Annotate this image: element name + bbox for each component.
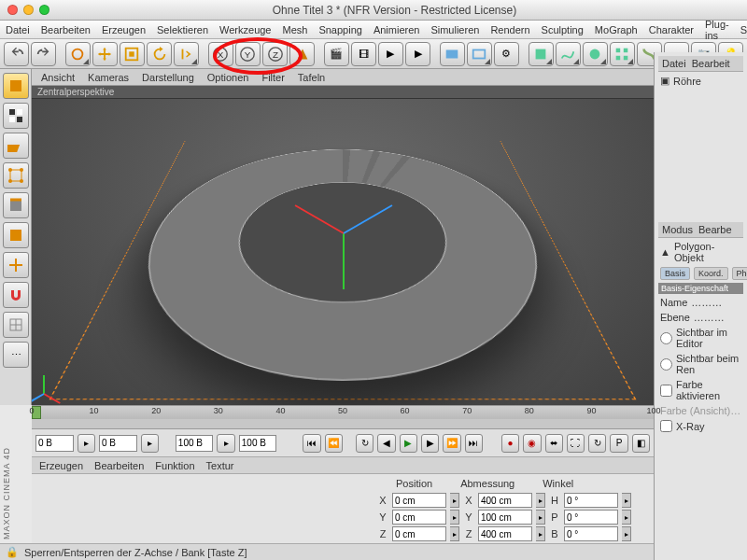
color-enable[interactable]: Farbe aktivieren — [658, 378, 743, 402]
spinner-icon[interactable]: ▸ — [78, 434, 95, 453]
menu-item[interactable]: Selektieren — [157, 24, 208, 35]
array-button[interactable] — [610, 42, 635, 66]
misc-button[interactable]: ⋯ — [3, 342, 29, 368]
texture-mode-button[interactable] — [3, 103, 29, 129]
render-region-button[interactable] — [467, 42, 492, 66]
spline-button[interactable] — [556, 42, 581, 66]
edge-mode-button[interactable] — [3, 192, 29, 218]
snap-button[interactable] — [3, 312, 29, 338]
dim-field[interactable]: 100 cm — [478, 510, 532, 525]
make-editable-button[interactable]: 🎬 — [324, 42, 349, 66]
generator-button[interactable] — [583, 42, 608, 66]
view-menu-item[interactable]: Darstellung — [142, 72, 194, 83]
viewport[interactable] — [32, 99, 654, 405]
magnet-button[interactable] — [3, 282, 29, 308]
panel-tab[interactable]: Bearbeit — [692, 58, 730, 69]
minimize-icon[interactable] — [23, 5, 34, 15]
menu-item[interactable]: Animieren — [374, 24, 420, 35]
rotate-button[interactable] — [147, 42, 172, 66]
primitive-button[interactable] — [529, 42, 554, 66]
workplane-button[interactable] — [3, 133, 29, 159]
menu-item[interactable]: Plug-ins — [705, 19, 729, 41]
vis-render[interactable]: Sichtbar beim Ren — [658, 352, 743, 376]
spinner-icon[interactable]: ▸ — [217, 434, 234, 453]
spinner-icon[interactable]: ▸ — [622, 510, 631, 525]
tab-item[interactable]: Erzeugen — [39, 460, 83, 471]
key-pos-button[interactable]: ⬌ — [545, 434, 563, 453]
tab-basis[interactable]: Basis — [660, 267, 690, 280]
menu-item[interactable]: Rendern — [490, 24, 529, 35]
angle-field[interactable]: 0 ° — [564, 493, 618, 508]
timeline[interactable]: 0102030405060708090100 — [32, 405, 654, 429]
move-button[interactable] — [92, 42, 118, 66]
dim-field[interactable]: 400 cm — [478, 493, 532, 508]
menu-item[interactable]: Werkzeuge — [219, 24, 271, 35]
menu-item[interactable]: Simulieren — [430, 24, 479, 35]
panel-tab[interactable]: Bearbe — [698, 224, 731, 235]
play-button[interactable]: ▶ — [400, 434, 417, 453]
coord-system-button[interactable] — [289, 42, 315, 66]
key-rot-button[interactable]: ↻ — [588, 434, 606, 453]
render-view-button[interactable] — [440, 42, 465, 66]
spinner-icon[interactable]: ▸ — [141, 434, 159, 453]
menu-item[interactable]: Sculpting — [542, 24, 584, 35]
key-param-button[interactable]: P — [610, 434, 627, 453]
goto-end-button[interactable]: ⏭ — [465, 434, 483, 453]
close-icon[interactable] — [7, 5, 18, 15]
model-mode-button[interactable] — [3, 73, 29, 99]
pos-field[interactable]: 0 cm — [392, 493, 446, 508]
anim-button-4[interactable]: ▶ — [405, 42, 430, 66]
last-tool-button[interactable] — [174, 42, 199, 66]
key-pla-button[interactable]: ◧ — [632, 434, 650, 453]
autokey-button[interactable]: ◉ — [523, 434, 541, 453]
dim-field[interactable]: 400 cm — [478, 526, 532, 541]
axis-button[interactable] — [3, 252, 29, 278]
menu-item[interactable]: Erzeugen — [102, 24, 146, 35]
polygon-mode-button[interactable] — [3, 222, 29, 248]
live-select-button[interactable] — [65, 42, 91, 66]
loop-button[interactable]: ↻ — [356, 434, 374, 453]
point-mode-button[interactable] — [3, 162, 29, 189]
panel-tab[interactable]: Datei — [662, 58, 686, 69]
menu-item[interactable]: Snapping — [318, 24, 362, 35]
next-frame-button[interactable]: ▶ — [421, 434, 439, 453]
view-menu-item[interactable]: Tafeln — [298, 72, 325, 83]
spinner-icon[interactable]: ▸ — [622, 526, 631, 541]
undo-button[interactable] — [4, 42, 29, 66]
xray-toggle[interactable]: X-Ray — [658, 419, 743, 433]
next-key-button[interactable]: ⏩ — [443, 434, 460, 453]
spinner-icon[interactable]: ▸ — [450, 510, 459, 525]
render-settings-button[interactable]: ⚙ — [494, 42, 519, 66]
spinner-icon[interactable]: ▸ — [536, 493, 545, 508]
pos-field[interactable]: 0 cm — [392, 526, 446, 541]
frame-start-field[interactable]: 0 B — [35, 435, 74, 452]
menu-item[interactable]: Bearbeiten — [41, 24, 91, 35]
redo-button[interactable] — [31, 42, 56, 66]
tab-item[interactable]: Textur — [206, 460, 234, 471]
tab-item[interactable]: Bearbeiten — [94, 460, 144, 471]
anim-button-3[interactable]: ▶ — [378, 42, 403, 66]
menu-item[interactable]: Mesh — [282, 24, 307, 35]
spinner-icon[interactable]: ▸ — [622, 493, 631, 508]
view-menu-item[interactable]: Filter — [261, 72, 284, 83]
tab-phong[interactable]: Pho — [732, 267, 747, 280]
frame-current-field[interactable]: 0 B — [99, 435, 137, 452]
angle-field[interactable]: 0 ° — [564, 510, 618, 525]
record-button[interactable]: ● — [501, 434, 519, 453]
prev-key-button[interactable]: ⏪ — [325, 434, 343, 453]
scale-button[interactable] — [120, 42, 145, 66]
anim-button-2[interactable]: 🎞 — [351, 42, 376, 66]
vis-editor[interactable]: Sichtbar im Editor — [658, 326, 743, 350]
view-menu-item[interactable]: Kameras — [88, 72, 129, 83]
spinner-icon[interactable]: ▸ — [536, 510, 545, 525]
tab-coord[interactable]: Koord. — [694, 267, 728, 280]
key-scale-button[interactable]: ⛶ — [567, 434, 585, 453]
prev-frame-button[interactable]: ◀ — [377, 434, 395, 453]
view-menu-item[interactable]: Ansicht — [41, 72, 75, 83]
pos-field[interactable]: 0 cm — [392, 510, 446, 525]
menu-item[interactable]: Skript — [740, 24, 747, 35]
goto-start-button[interactable]: ⏮ — [303, 434, 320, 453]
frame-total-field[interactable]: 100 B — [239, 435, 277, 452]
frame-end-field[interactable]: 100 B — [176, 435, 214, 452]
menu-item[interactable]: Datei — [6, 24, 30, 35]
